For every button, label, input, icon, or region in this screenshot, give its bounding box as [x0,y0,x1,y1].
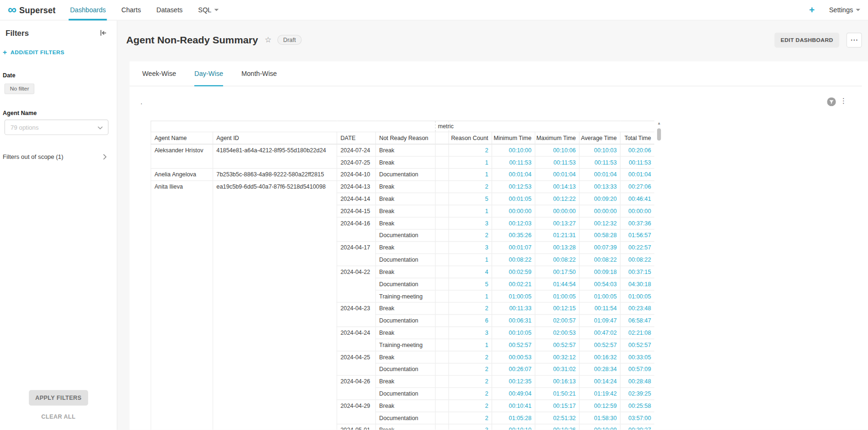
add-edit-filters-label: ADD/EDIT FILTERS [10,49,64,55]
cell-count: 5 [449,193,492,205]
new-item-plus-button[interactable]: + [809,5,815,15]
edit-dashboard-button[interactable]: EDIT DASHBOARD [775,33,839,48]
cell-max: 00:13:28 [535,241,579,254]
more-options-button[interactable]: ⋯ [846,33,862,48]
dashboard-tabs: Week-Wise Day-Wise Month-Wise [130,61,862,86]
tab-week-wise[interactable]: Week-Wise [142,61,176,86]
collapse-sidebar-button[interactable] [99,29,108,37]
cell-avg: 00:11:53 [579,157,620,169]
tab-day-wise[interactable]: Day-Wise [194,61,223,86]
header-spacer [151,121,435,132]
cell-date: 2024-04-17 [337,241,376,266]
agent-name-filter-label: Agent Name [3,109,37,116]
cell-total: 00:20:06 [620,144,654,157]
table-row: Anelia Angelova7b253b5c-8863-4a98-9222-5… [151,168,654,181]
cell-id: ea19c5b9-6dd5-40a7-87f6-5218d5410098 [213,181,337,430]
cell-min: 00:26:07 [492,363,535,375]
cell-min: 00:00:53 [492,351,535,364]
cell-reason: Break [376,241,435,254]
cell-count: 2 [449,302,492,314]
collapse-left-icon [99,29,108,37]
metric-spacer-cell [435,388,449,400]
metric-spacer-cell [435,157,449,169]
settings-menu[interactable]: Settings [829,6,860,14]
cell-total: 00:25:58 [620,400,654,412]
cell-total: 01:00:05 [620,290,654,302]
cell-total: 01:56:57 [620,229,654,241]
favorite-star-icon[interactable]: ☆ [265,36,272,43]
cell-avg: 01:00:05 [579,290,620,302]
nav-item-charts[interactable]: Charts [120,0,142,20]
column-header-row: Agent Name Agent ID DATE Not Ready Reaso… [151,132,654,144]
cell-reason: Break [376,351,435,364]
cell-max: 00:15:17 [535,400,579,412]
cell-max: 01:21:31 [535,229,579,241]
metric-spacer-cell [435,254,449,266]
cell-reason: Break [376,193,435,205]
cell-reason: Break [376,302,435,314]
filters-out-of-scope-toggle[interactable]: Filters out of scope (1) [3,153,110,160]
draft-status-badge: Draft [277,35,302,45]
chevron-right-icon [103,154,107,160]
scrollbar-thumb[interactable] [657,128,661,141]
cell-count: 5 [449,278,492,290]
col-header-maximum-time: Maximum Time [535,132,579,144]
cell-max: 00:52:57 [535,339,579,351]
cell-count: 1 [449,254,492,266]
cell-reason: Break [376,400,435,412]
cell-min: 00:12:35 [492,375,535,388]
metric-spacer-cell [435,278,449,290]
pivot-table: metric Agent Name Agent ID DATE Not Read… [150,121,654,430]
cell-avg: 00:12:59 [579,400,620,412]
superset-logo[interactable]: ∞ Superset [8,4,55,16]
agent-name-select[interactable]: 79 options [4,119,108,135]
add-edit-filters-button[interactable]: + ADD/EDIT FILTERS [3,48,65,57]
dashboard-panel: Week-Wise Day-Wise Month-Wise . ⋮ [130,61,868,430]
cell-reason: Break [376,424,435,430]
cell-max: 00:12:22 [535,193,579,205]
clear-all-button[interactable]: CLEAR ALL [42,413,76,420]
col-header-metric-spacer [435,132,449,144]
chevron-down-icon [98,126,103,130]
cell-avg: 00:28:34 [579,363,620,375]
table-scrollbar[interactable]: ▲ [656,121,662,430]
nav-item-dashboards[interactable]: Dashboards [69,0,107,20]
metric-spacer-cell [435,339,449,351]
metric-group-header-row: metric [151,121,654,132]
metric-spacer-cell [435,400,449,412]
chart-menu-kebab-icon[interactable]: ⋮ [840,97,847,105]
cell-date: 2024-07-25 [337,157,376,169]
top-navbar: ∞ Superset Dashboards Charts Datasets SQ… [0,0,868,20]
cell-avg: 00:09:18 [579,266,620,278]
cell-avg: 00:14:24 [579,375,620,388]
cell-avg: 00:08:22 [579,254,620,266]
cell-id: 41854e81-a64a-4212-8f95-55d180b22d24 [213,144,337,169]
metric-spacer-cell [435,314,449,327]
tab-month-wise[interactable]: Month-Wise [242,61,277,86]
chevron-down-icon [214,9,218,11]
navbar-right: + Settings [809,5,860,15]
cell-avg: 01:19:42 [579,388,620,400]
cell-reason: Training-meeting [376,290,435,302]
col-header-agent-name: Agent Name [151,132,213,144]
cell-agent: Anita Ilieva [151,181,213,430]
metric-spacer-cell [435,217,449,230]
cell-total: 00:33:05 [620,351,654,364]
date-filter-value-chip[interactable]: No filter [4,83,34,94]
cell-date: 2024-04-26 [337,375,376,400]
metric-spacer-cell [435,229,449,241]
nav-item-datasets[interactable]: Datasets [155,0,184,20]
chevron-down-icon [856,9,860,11]
cell-reason: Break [376,205,435,217]
agent-name-select-placeholder: 79 options [10,124,39,131]
apply-filters-button[interactable]: APPLY FILTERS [29,390,88,405]
cell-count: 6 [449,314,492,327]
applied-filters-indicator[interactable] [827,98,836,107]
cell-agent: Anelia Angelova [151,168,213,181]
nav-item-sql[interactable]: SQL [197,0,220,20]
col-header-reason-count: Reason Count [449,132,492,144]
cell-total: 03:57:00 [620,412,654,424]
scrollbar-up-arrow-icon[interactable]: ▲ [656,121,662,126]
main-content: Agent Non-Ready Summary ☆ Draft EDIT DAS… [117,20,868,430]
cell-count: 2 [449,181,492,193]
